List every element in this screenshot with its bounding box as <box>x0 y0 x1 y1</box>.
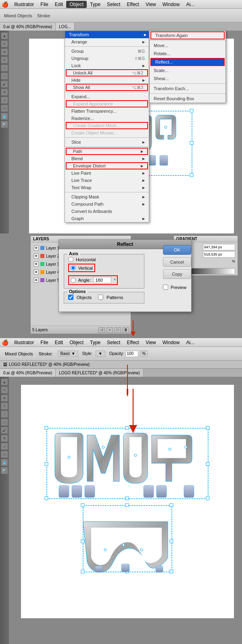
layers-btn3[interactable]: □ <box>115 327 121 333</box>
objects-checkbox[interactable] <box>68 295 73 300</box>
menu-gradient-mesh[interactable]: Create Gradient Mesh... <box>66 122 148 129</box>
menu-live-trace[interactable]: Live Trace▶ <box>65 177 149 184</box>
coord-y-input[interactable]: 518,535 px <box>203 251 235 258</box>
angle-radio[interactable] <box>71 278 76 283</box>
menu2-effect[interactable]: Effect <box>123 339 142 346</box>
menu2-select[interactable]: Select <box>104 339 123 346</box>
blend-tool2[interactable]: ⬡ <box>1 451 8 458</box>
menu-select[interactable]: Select <box>104 1 123 8</box>
brush-tool[interactable]: 🖌 <box>1 80 8 88</box>
select-tool2[interactable]: ▲ <box>1 378 8 386</box>
line-tool[interactable]: / <box>1 64 8 72</box>
cancel-button[interactable]: Cancel <box>163 257 191 267</box>
transform-move[interactable]: Move... <box>150 41 225 50</box>
transform-scale[interactable]: Scale... <box>150 66 225 74</box>
reset-bounding[interactable]: Reset Bounding Box <box>150 95 225 103</box>
pen-tool[interactable]: ✒ <box>1 48 8 56</box>
menu-path[interactable]: Path▶ <box>66 148 148 155</box>
menu2-window[interactable]: Window <box>159 339 183 346</box>
rect-tool2[interactable]: □ <box>1 419 8 426</box>
menu-live-paint[interactable]: Live Paint▶ <box>65 169 149 177</box>
menu-arrange[interactable]: Arrange▶ <box>65 38 149 45</box>
layer-visibility[interactable]: 👁 <box>34 270 39 275</box>
layers-btn2[interactable]: + <box>106 327 113 333</box>
opacity-input[interactable] <box>125 351 138 357</box>
pen-tool2[interactable]: ✒ <box>1 394 8 402</box>
tab2-reflected[interactable]: LOGO REFLECTED* @ 40% (RGB/Preview) <box>56 369 143 377</box>
rotate-tool2[interactable]: ↻ <box>1 435 8 442</box>
menu-transform[interactable]: Transform ▶ <box>65 31 149 38</box>
copy-button[interactable]: Copy <box>163 269 191 279</box>
transform-reflect[interactable]: Reflect... <box>150 58 225 66</box>
menu-expand[interactable]: Expand... <box>65 93 149 100</box>
menu-envelope[interactable]: Envelope Distort▶ <box>66 162 148 169</box>
menu-object-mosaic[interactable]: Create Object Mosaic... <box>65 129 149 136</box>
menu2-ai[interactable]: Ai... <box>183 339 198 346</box>
menu-type[interactable]: Type <box>87 1 104 8</box>
scale-tool[interactable]: ⤢ <box>1 97 8 104</box>
brush-tool2[interactable]: 🖌 <box>1 427 8 434</box>
menu2-view[interactable]: View <box>142 339 159 346</box>
menu-artboards[interactable]: Convert to Artboards <box>65 208 149 215</box>
menu-ungroup[interactable]: Ungroup⇧⌘G <box>65 55 149 62</box>
tab-0ai[interactable]: 0.ai @ 40% (RGB/Preview) <box>0 23 56 31</box>
menu-slice[interactable]: Slice▶ <box>65 138 149 146</box>
line-tool2[interactable]: / <box>1 411 8 418</box>
basic-dropdown[interactable]: Basic ▼ <box>58 351 78 357</box>
menu2-object[interactable]: Object <box>66 339 87 346</box>
transform-rotate[interactable]: Rotate... <box>150 50 225 58</box>
rect-tool[interactable]: □ <box>1 72 8 80</box>
menu-rasterize[interactable]: Rasterize... <box>65 115 149 122</box>
menu-edit[interactable]: Edit <box>52 1 67 8</box>
zoom-tool[interactable]: 🔍 <box>1 121 8 128</box>
select-tool[interactable]: ▲ <box>1 32 8 39</box>
type-tool2[interactable]: T <box>1 402 8 410</box>
zoom-tool2[interactable]: 🔍 <box>1 467 8 474</box>
preview-checkbox[interactable] <box>163 285 168 290</box>
vertical-radio[interactable] <box>71 265 76 270</box>
direct-select-tool[interactable]: ↖ <box>1 40 8 47</box>
menu-compound[interactable]: Compound Path▶ <box>65 200 149 208</box>
menu-object[interactable]: Object <box>66 1 87 8</box>
menu-clipping[interactable]: Clipping Mask▶ <box>65 193 149 200</box>
layer-visibility[interactable]: 👁 <box>34 254 39 258</box>
menu-blend[interactable]: Blend▶ <box>65 155 149 162</box>
horizontal-radio[interactable] <box>68 257 73 262</box>
menu-window[interactable]: Window <box>159 1 183 8</box>
menu-flatten[interactable]: Flatten Transparency... <box>65 107 149 115</box>
type-tool[interactable]: T <box>1 56 8 64</box>
menu-hide[interactable]: Hide▶ <box>65 76 149 84</box>
eyedrop2[interactable]: 💧 <box>1 459 8 466</box>
eyedrop-tool[interactable]: 💧 <box>1 113 8 120</box>
menu2-edit[interactable]: Edit <box>52 339 67 346</box>
layer-visibility[interactable]: 👁 <box>34 246 39 250</box>
layers-btn1[interactable]: ◁ <box>98 327 105 333</box>
scale-tool2[interactable]: ⤢ <box>1 443 8 450</box>
menu-show-all[interactable]: Show All⌥⌘3 <box>66 84 148 91</box>
menu-effect[interactable]: Effect <box>123 1 142 8</box>
rotate-tool[interactable]: ↻ <box>1 89 8 96</box>
layer-visibility[interactable]: 👁 <box>34 278 39 283</box>
menu-ai[interactable]: Ai... <box>183 1 198 8</box>
menu-graph[interactable]: Graph▶ <box>65 215 149 222</box>
menu2-file[interactable]: File <box>37 339 51 346</box>
style-dropdown[interactable]: ▼ <box>96 351 105 357</box>
menu-group[interactable]: Group⌘G <box>65 47 149 55</box>
menu-unlock-all[interactable]: Unlock All⌥⌘2 <box>66 69 148 76</box>
tab2-0ai[interactable]: 0.ai @ 40% (RGB/Preview) <box>0 369 56 377</box>
transform-shear[interactable]: Shear... <box>150 74 225 83</box>
menu-illustrator[interactable]: Illustrator <box>11 1 37 8</box>
transform-each[interactable]: Transform Each... <box>150 85 225 93</box>
menu-expand-appearance[interactable]: Expand Appearance <box>66 100 148 107</box>
coord-x-input[interactable]: 947,394 px <box>203 244 235 250</box>
menu-text-wrap[interactable]: Text Wrap▶ <box>65 184 149 191</box>
direct-select2[interactable]: ↖ <box>1 386 8 394</box>
blend-tool[interactable]: ⬡ <box>1 105 8 112</box>
menu-lock[interactable]: Lock▶ <box>65 62 149 69</box>
patterns-checkbox[interactable] <box>98 295 103 300</box>
transform-again[interactable]: Transform Again <box>150 31 225 39</box>
layer-visibility[interactable]: 👁 <box>34 262 39 266</box>
menu2-illustrator[interactable]: Illustrator <box>11 339 37 346</box>
tab-log[interactable]: LOG... <box>56 23 74 31</box>
menu-view[interactable]: View <box>142 1 159 8</box>
